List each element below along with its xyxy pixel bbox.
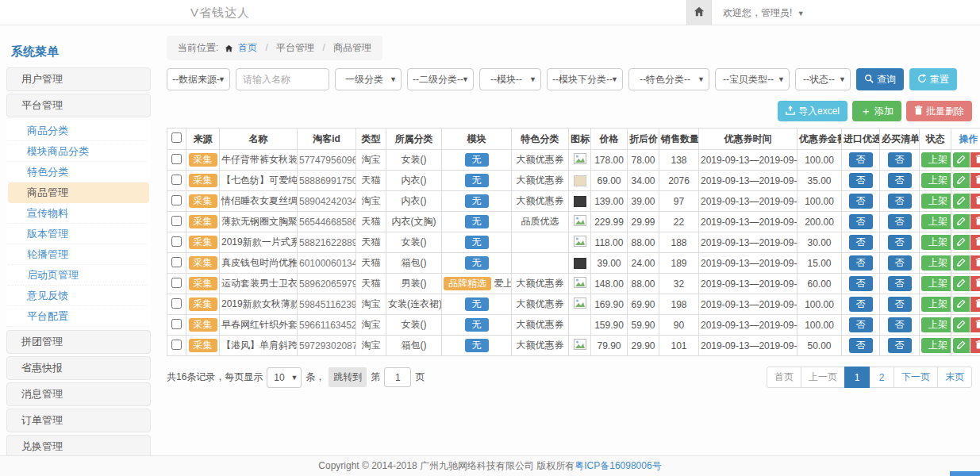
imported-toggle-button[interactable]: 否 [849, 235, 873, 250]
status-button[interactable]: 上架 [921, 276, 951, 291]
filter-select-module-subcategory[interactable]: --模块下分类-- ▼ [547, 68, 623, 90]
sidebar-section-savings-express[interactable]: 省惠快报 [6, 356, 151, 380]
filter-select-item-type[interactable]: --宝贝类型-- ▼ [715, 68, 790, 90]
row-checkbox[interactable] [171, 175, 182, 185]
row-checkbox[interactable] [171, 298, 182, 309]
icp-link[interactable]: 粤ICP备16098006号 [575, 460, 661, 471]
sidebar-section-message-mgmt[interactable]: 消息管理 [6, 382, 151, 406]
sidebar-item-version-mgmt[interactable]: 版本管理 [8, 224, 149, 244]
delete-button[interactable] [970, 152, 980, 167]
status-button[interactable]: 上架 [921, 214, 951, 229]
pager-button[interactable]: 2 [869, 367, 894, 388]
imported-toggle-button[interactable]: 否 [849, 255, 873, 271]
must-buy-toggle-button[interactable]: 否 [888, 152, 912, 167]
delete-button[interactable] [970, 173, 980, 188]
sidebar-item-goods-category[interactable]: 商品分类 [8, 121, 149, 141]
delete-button[interactable] [970, 214, 980, 229]
must-buy-toggle-button[interactable]: 否 [888, 276, 912, 291]
home-button[interactable] [686, 0, 712, 25]
per-page-select[interactable]: 10 ▼ [267, 367, 302, 388]
edit-button[interactable] [953, 152, 970, 167]
status-button[interactable]: 上架 [921, 317, 951, 332]
imported-toggle-button[interactable]: 否 [849, 317, 873, 332]
pager-button[interactable]: 下一页 [894, 367, 938, 388]
edit-button[interactable] [953, 297, 970, 312]
import-excel-button[interactable]: 导入excel [778, 101, 847, 121]
row-checkbox[interactable] [171, 195, 182, 205]
pager-button[interactable]: 1 [844, 367, 870, 388]
edit-button[interactable] [953, 255, 970, 271]
must-buy-toggle-button[interactable]: 否 [888, 338, 912, 353]
pager-button[interactable]: 末页 [937, 367, 972, 388]
edit-button[interactable] [953, 276, 970, 291]
delete-button[interactable] [970, 194, 980, 209]
breadcrumb-home-link[interactable]: 首页 [238, 42, 257, 53]
row-checkbox[interactable] [171, 154, 182, 164]
filter-select-feature-category[interactable]: --特色分类-- ▼ [628, 68, 709, 90]
status-button[interactable]: 上架 [921, 152, 951, 167]
filter-select-category-level1[interactable]: 一级分类 ▼ [335, 68, 402, 90]
sidebar-item-module-goods-category[interactable]: 模块商品分类 [8, 141, 149, 162]
sidebar-section-user-mgmt[interactable]: 用户管理 [6, 67, 151, 91]
edit-button[interactable] [953, 235, 970, 250]
delete-button[interactable] [970, 317, 980, 332]
imported-toggle-button[interactable]: 否 [849, 194, 873, 209]
jump-button[interactable]: 跳转到 [329, 367, 367, 387]
delete-button[interactable] [970, 255, 980, 271]
sidebar-item-promo-materials[interactable]: 宣传物料 [8, 203, 149, 224]
select-all-checkbox[interactable] [171, 132, 182, 143]
sidebar-item-carousel-mgmt[interactable]: 轮播管理 [8, 244, 149, 265]
filter-select-category-level2[interactable]: --二级分类-- ▼ [407, 68, 474, 90]
imported-toggle-button[interactable]: 否 [849, 338, 873, 353]
status-button[interactable]: 上架 [921, 255, 951, 271]
add-button[interactable]: ＋ 添加 [852, 101, 901, 121]
reset-button[interactable]: 重置 [909, 68, 957, 90]
pager-button[interactable]: 上一页 [801, 367, 845, 388]
filter-select-data-source[interactable]: --数据来源-- ▼ [167, 68, 230, 90]
sidebar-section-groupbuy-mgmt[interactable]: 拼团管理 [6, 330, 151, 354]
status-button[interactable]: 上架 [921, 173, 951, 188]
must-buy-toggle-button[interactable]: 否 [888, 317, 912, 332]
delete-button[interactable] [970, 235, 980, 250]
sidebar-item-feature-category[interactable]: 特色分类 [8, 162, 149, 182]
user-menu[interactable]: 欢迎您，管理员! ▼ [712, 6, 816, 20]
delete-button[interactable] [970, 297, 980, 312]
must-buy-toggle-button[interactable]: 否 [888, 173, 912, 188]
edit-button[interactable] [953, 214, 970, 229]
status-button[interactable]: 上架 [921, 235, 951, 250]
must-buy-toggle-button[interactable]: 否 [888, 255, 912, 271]
edit-button[interactable] [953, 173, 970, 188]
edit-button[interactable] [953, 338, 970, 353]
sidebar-section-platform-mgmt[interactable]: 平台管理 [6, 94, 151, 117]
filter-select-module[interactable]: --模块-- ▼ [479, 68, 541, 90]
name-search-input[interactable] [236, 68, 329, 90]
pager-button[interactable]: 首页 [767, 367, 801, 388]
bulk-delete-button[interactable]: 批量删除 [906, 101, 972, 121]
status-button[interactable]: 上架 [921, 297, 951, 312]
edit-button[interactable] [953, 194, 970, 209]
edit-button[interactable] [953, 317, 970, 332]
status-button[interactable]: 上架 [921, 338, 951, 353]
must-buy-toggle-button[interactable]: 否 [888, 297, 912, 312]
row-checkbox[interactable] [171, 216, 182, 226]
must-buy-toggle-button[interactable]: 否 [888, 214, 912, 229]
sidebar-item-goods-mgmt[interactable]: 商品管理 [8, 182, 149, 203]
scroll-indicator[interactable] [950, 471, 980, 476]
imported-toggle-button[interactable]: 否 [849, 152, 873, 167]
filter-select-status[interactable]: --状态-- ▼ [795, 68, 851, 90]
imported-toggle-button[interactable]: 否 [849, 276, 873, 291]
sidebar-item-splash-mgmt[interactable]: 启动页管理 [8, 265, 149, 286]
row-checkbox[interactable] [171, 340, 182, 350]
row-checkbox[interactable] [171, 319, 182, 329]
delete-button[interactable] [970, 338, 980, 353]
sidebar-item-feedback[interactable]: 意见反馈 [8, 286, 149, 306]
must-buy-toggle-button[interactable]: 否 [888, 235, 912, 250]
row-checkbox[interactable] [171, 278, 182, 288]
delete-button[interactable] [970, 276, 980, 291]
status-button[interactable]: 上架 [921, 194, 951, 209]
sidebar-item-platform-config[interactable]: 平台配置 [8, 306, 149, 327]
sidebar-section-order-mgmt[interactable]: 订单管理 [6, 409, 151, 432]
imported-toggle-button[interactable]: 否 [849, 214, 873, 229]
search-button[interactable]: 查询 [856, 68, 904, 90]
imported-toggle-button[interactable]: 否 [849, 297, 873, 312]
